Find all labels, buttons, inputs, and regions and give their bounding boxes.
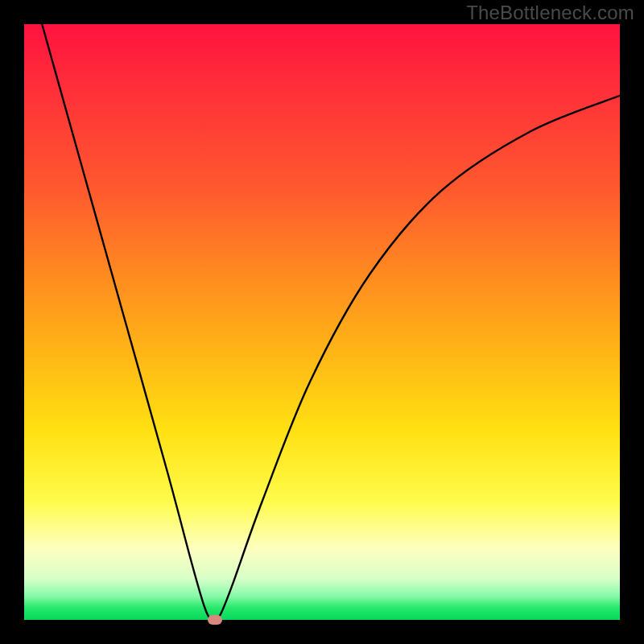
watermark-text: TheBottleneck.com [466,2,634,24]
plot-area [24,24,620,620]
marker-dot [208,615,222,625]
bottleneck-curve-path [42,24,620,620]
chart-frame: TheBottleneck.com [0,0,644,644]
curve-layer [24,24,620,620]
